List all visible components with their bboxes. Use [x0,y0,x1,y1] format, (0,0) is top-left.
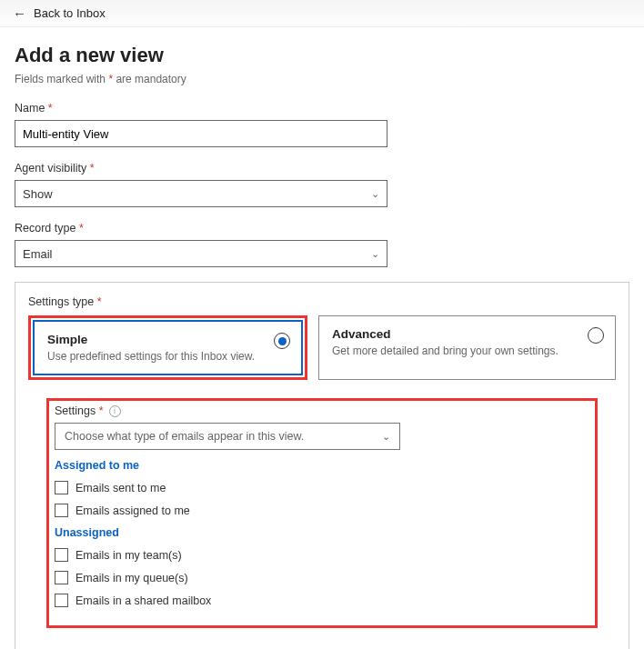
checkbox-icon [55,548,68,562]
checkbox-icon [55,481,68,494]
checkbox-icon [55,504,68,517]
agent-visibility-label: Agent visibility * [15,162,629,175]
record-type-select[interactable]: Email ⌄ [15,240,387,267]
option-emails-in-my-teams[interactable]: Emails in my team(s) [55,548,589,562]
agent-visibility-select[interactable]: Show ⌄ [15,180,387,207]
settings-label: Settings * [55,404,104,417]
name-label: Name * [15,102,629,115]
option-emails-in-shared-mailbox[interactable]: Emails in a shared mailbox [55,594,589,607]
radio-unselected-icon [588,327,604,344]
back-to-inbox-link[interactable]: ← Back to Inbox [0,0,644,27]
option-emails-sent-to-me[interactable]: Emails sent to me [55,481,589,494]
settings-type-advanced-card[interactable]: Advanced Get more detailed and bring you… [318,315,616,380]
page-title: Add a new view [15,44,629,67]
record-type-label: Record type * [15,222,629,235]
settings-type-simple-card[interactable]: Simple Use predefined settings for this … [33,320,303,375]
settings-type-panel: Settings type * Simple Use predefined se… [15,282,629,649]
back-link-label: Back to Inbox [34,6,106,20]
checkbox-icon [55,571,68,584]
option-emails-in-my-queues[interactable]: Emails in my queue(s) [55,571,589,584]
mandatory-note: Fields marked with * are mandatory [15,73,629,85]
settings-type-label: Settings type * [28,295,616,308]
chevron-down-icon: ⌄ [371,248,379,260]
group-header-assigned: Assigned to me [55,459,589,472]
name-input[interactable] [15,120,387,147]
option-emails-assigned-to-me[interactable]: Emails assigned to me [55,504,589,517]
info-icon[interactable]: i [109,405,121,417]
settings-dropdown-panel: Assigned to me Emails sent to me Emails … [55,459,589,607]
radio-selected-icon [274,333,290,349]
checkbox-icon [55,594,68,607]
group-header-unassigned: Unassigned [55,526,589,539]
chevron-down-icon: ⌄ [382,431,390,443]
back-arrow-icon: ← [13,5,26,21]
settings-dropdown[interactable]: Choose what type of emails appear in thi… [55,423,400,450]
chevron-down-icon: ⌄ [371,188,379,200]
